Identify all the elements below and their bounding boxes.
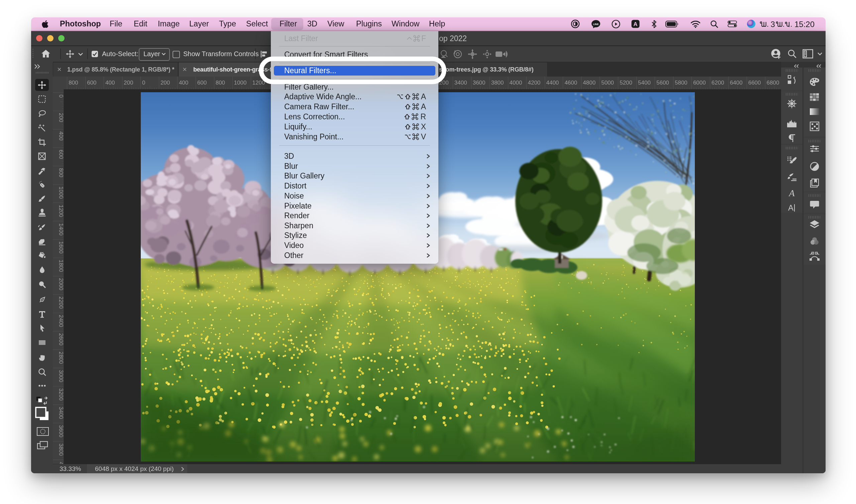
- svg-text:3600: 3600: [58, 425, 64, 437]
- svg-text:2800: 2800: [58, 352, 64, 364]
- svg-text:3200: 3200: [58, 389, 64, 401]
- svg-text:15:20: 15:20: [795, 20, 815, 29]
- svg-text:600: 600: [58, 150, 64, 159]
- svg-text:2400: 2400: [58, 315, 64, 327]
- svg-text:1200: 1200: [58, 205, 64, 217]
- svg-text:A: A: [633, 21, 637, 28]
- svg-text:1000: 1000: [58, 186, 64, 199]
- svg-text:2600: 2600: [58, 333, 64, 346]
- svg-text:LINE: LINE: [593, 22, 599, 25]
- svg-text:1400: 1400: [58, 223, 64, 236]
- svg-text:400: 400: [58, 131, 64, 141]
- svg-text:3800: 3800: [58, 444, 64, 456]
- svg-text:A: A: [788, 203, 793, 212]
- svg-text:3000: 3000: [58, 370, 64, 382]
- svg-text:800: 800: [58, 168, 64, 178]
- svg-text:2200: 2200: [58, 296, 64, 309]
- svg-text:2000: 2000: [58, 278, 64, 290]
- svg-text:200: 200: [58, 113, 64, 122]
- svg-text:1800: 1800: [58, 260, 64, 272]
- svg-text:3400: 3400: [58, 407, 64, 419]
- svg-text:A: A: [788, 188, 795, 198]
- svg-text:3: 3: [771, 20, 775, 29]
- svg-text:1600: 1600: [58, 241, 64, 254]
